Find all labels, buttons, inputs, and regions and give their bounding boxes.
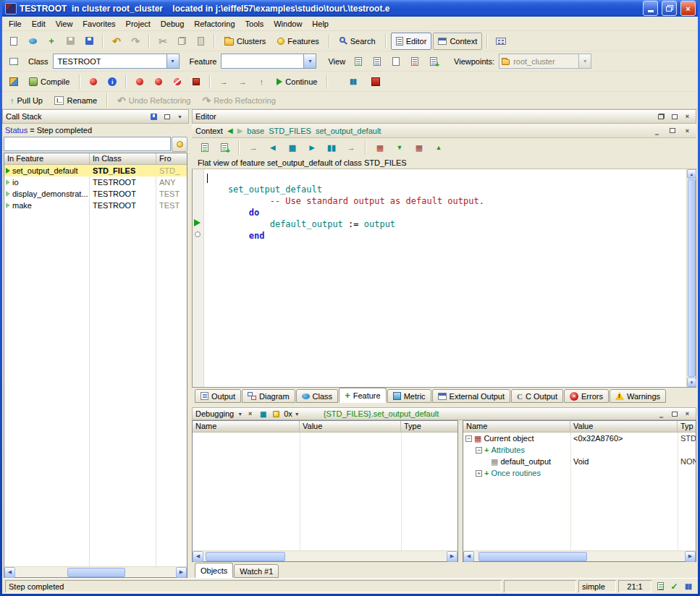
- restore-button[interactable]: [662, 1, 677, 16]
- external-editor-button[interactable]: [492, 33, 510, 50]
- step-over-button[interactable]: →: [234, 73, 251, 90]
- scroll-track[interactable]: [474, 551, 685, 562]
- hex-format-dropdown-icon[interactable]: ▼: [295, 412, 300, 417]
- watch-rows[interactable]: [193, 433, 457, 550]
- collapse-node-icon[interactable]: −: [476, 447, 482, 454]
- compile-button[interactable]: Compile: [24, 73, 75, 90]
- editor-toggle-button[interactable]: Editor: [391, 33, 432, 50]
- scroll-down-button[interactable]: ▼: [687, 378, 696, 387]
- scroll-thumb[interactable]: [478, 552, 587, 561]
- menu-view[interactable]: View: [51, 18, 78, 30]
- add-button[interactable]: +: [43, 33, 60, 50]
- call-stack-row[interactable]: io TESTROOT ANY: [4, 176, 187, 188]
- tab-warnings[interactable]: !Warnings: [610, 389, 666, 403]
- callees-button[interactable]: ◀: [264, 139, 282, 156]
- collapse-context-button[interactable]: ‗: [651, 126, 662, 136]
- column-type[interactable]: Typ: [678, 421, 696, 432]
- tab-class[interactable]: Class: [296, 389, 339, 403]
- debugger-state-indicator[interactable]: ▮▮: [683, 582, 693, 592]
- rename-button[interactable]: I.. Rename: [49, 92, 102, 109]
- title-bar[interactable]: TESTROOT in cluster root_cluster located…: [2, 0, 698, 17]
- descendants-button[interactable]: ▼: [391, 139, 408, 156]
- menu-window[interactable]: Window: [269, 18, 307, 30]
- close-watch-button[interactable]: ×: [245, 409, 256, 419]
- menu-refactoring[interactable]: Refactoring: [189, 18, 240, 30]
- close-button[interactable]: ×: [680, 1, 696, 16]
- class-combobox-arrow-icon[interactable]: ▼: [166, 54, 179, 68]
- tab-metric[interactable]: Metric: [387, 389, 431, 403]
- column-value[interactable]: Value: [300, 421, 401, 432]
- column-name[interactable]: Name: [193, 421, 300, 432]
- expand-node-icon[interactable]: +: [476, 470, 482, 477]
- assigners-button[interactable]: ▦: [284, 139, 301, 156]
- disable-breakpoints-button[interactable]: [169, 73, 186, 90]
- view-basic-text-button[interactable]: [350, 53, 367, 70]
- copy-button[interactable]: [173, 33, 190, 50]
- scroll-track[interactable]: [203, 551, 447, 562]
- maximize-debugging-button[interactable]: [669, 409, 680, 419]
- code-editor[interactable]: set_output_default -- Use standard outpu…: [192, 169, 696, 388]
- undo-refactoring-button[interactable]: ↶ Undo Refactoring: [112, 92, 195, 109]
- close-debugging-button[interactable]: ×: [682, 409, 693, 419]
- editor-vscrollbar[interactable]: ▲ ▼: [686, 169, 696, 387]
- creators-button[interactable]: ▮▮: [323, 139, 340, 156]
- tab-c-output[interactable]: CC Output: [511, 389, 563, 403]
- watch-hscrollbar[interactable]: ◀ ▶: [193, 550, 457, 561]
- grid-tool-button[interactable]: ▦: [258, 409, 269, 419]
- view-clickable-button[interactable]: [368, 53, 386, 70]
- context-toggle-button[interactable]: Context: [433, 33, 482, 50]
- menu-debug[interactable]: Debug: [156, 18, 189, 30]
- collapse-debugging-button[interactable]: ‗: [656, 409, 667, 419]
- viewpoints-combobox[interactable]: root_cluster ▼: [499, 54, 591, 69]
- debugging-dropdown-icon[interactable]: ▼: [237, 412, 243, 417]
- clusters-button[interactable]: Clusters: [219, 33, 271, 50]
- float-panel-button[interactable]: [161, 111, 172, 122]
- new-tab-button[interactable]: [5, 53, 22, 70]
- menu-file[interactable]: File: [4, 18, 27, 30]
- scroll-right-button[interactable]: ▶: [685, 551, 696, 562]
- feature-combobox-arrow-icon[interactable]: ▼: [303, 54, 316, 68]
- tab-errors[interactable]: ×Errors: [564, 389, 609, 403]
- view-contract-button[interactable]: [406, 53, 423, 70]
- column-type[interactable]: Type: [401, 421, 457, 432]
- tab-objects[interactable]: Objects: [195, 563, 233, 578]
- tab-watch-1[interactable]: Watch #1: [234, 564, 279, 578]
- breakpoint-margin[interactable]: [193, 169, 204, 387]
- view-interface-button[interactable]: [425, 53, 442, 70]
- search-button[interactable]: Search: [334, 33, 381, 50]
- tab-feature[interactable]: +Feature: [339, 388, 387, 403]
- stack-depth-apply-button[interactable]: [172, 137, 187, 152]
- column-from[interactable]: Fro: [156, 153, 187, 164]
- maximize-editor-button[interactable]: [669, 111, 680, 122]
- step-out-button[interactable]: ↑: [253, 73, 270, 90]
- code-text-area[interactable]: set_output_default -- Use standard outpu…: [204, 169, 686, 387]
- feature-combobox[interactable]: ▼: [221, 54, 316, 69]
- undo-button[interactable]: ↶: [108, 33, 125, 50]
- hex-format-label[interactable]: 0x: [284, 409, 292, 418]
- call-stack-header[interactable]: Call Stack ▼: [2, 109, 189, 124]
- redo-refactoring-button[interactable]: ↷ Redo Refactoring: [197, 92, 280, 109]
- project-info-button[interactable]: i: [104, 73, 121, 90]
- tab-diagram[interactable]: Diagram: [242, 389, 295, 403]
- debugging-header[interactable]: Debugging ▼ × ▦ 0x ▼ {STD_FILES}.set_out…: [192, 407, 696, 420]
- debug-run-button[interactable]: [150, 73, 167, 90]
- column-value[interactable]: Value: [570, 421, 678, 432]
- editable-indicator-button[interactable]: [655, 582, 666, 592]
- breadcrumb-feature[interactable]: set_output_default: [316, 127, 381, 135]
- scroll-left-button[interactable]: ◀: [463, 551, 474, 562]
- paste-button[interactable]: [192, 33, 209, 50]
- history-back-icon[interactable]: ◀: [227, 127, 233, 135]
- stop-button[interactable]: [367, 73, 384, 90]
- pull-up-button[interactable]: ↑ Pull Up: [5, 92, 48, 109]
- scroll-thumb[interactable]: [688, 179, 696, 377]
- scroll-left-button[interactable]: ◀: [193, 551, 203, 562]
- menu-favorites[interactable]: Favorites: [77, 18, 120, 30]
- breadcrumb-cluster[interactable]: base: [247, 127, 264, 135]
- undock-editor-button[interactable]: [656, 111, 667, 122]
- tree-row-attributes[interactable]: −+Attributes: [463, 444, 696, 456]
- open-button[interactable]: [24, 33, 41, 50]
- close-context-button[interactable]: ×: [682, 126, 693, 136]
- scroll-thumb[interactable]: [67, 568, 125, 577]
- tab-external-output[interactable]: External Output: [432, 389, 510, 403]
- save-call-stack-button[interactable]: [148, 111, 159, 122]
